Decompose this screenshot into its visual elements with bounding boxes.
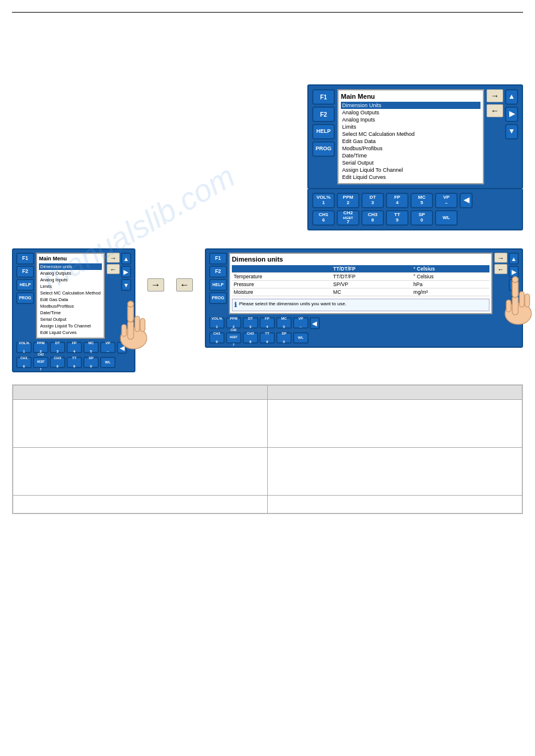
top-vol-button[interactable]: VOL% 1 — [312, 193, 335, 208]
instruction-table — [13, 385, 522, 514]
top-vp-button[interactable]: VP – — [435, 193, 458, 208]
top-menu-item-0[interactable]: Dimension Units — [341, 102, 480, 109]
ml-menu-item-8[interactable]: Serial Output — [39, 316, 102, 323]
top-prog-button[interactable]: PROG — [312, 141, 335, 157]
top-bottom-row2: CH1 6 CH2 HGBT 7 CH3 8 TT 9 — [312, 210, 518, 226]
top-menu-item-4[interactable]: Select MC Calculation Method — [341, 130, 480, 138]
ml-nav-left-icon[interactable]: ← — [107, 264, 120, 274]
top-nav-right-icon[interactable]: → — [486, 89, 503, 102]
top-ch1-button[interactable]: CH1 6 — [312, 210, 335, 226]
top-menu-item-1[interactable]: Analog Outputs — [341, 109, 480, 116]
top-dt-button[interactable]: DT 3 — [361, 193, 384, 208]
ml-menu-item-5[interactable]: Edit Gas Data — [39, 296, 102, 303]
table-header-left — [13, 385, 268, 400]
top-menu-item-9[interactable]: Assign Liquid To Channel — [341, 166, 480, 174]
top-menu-item-7[interactable]: Date/Time — [341, 152, 480, 159]
middle-nav-right[interactable]: → — [147, 278, 164, 292]
ml-down-button[interactable]: ▼ — [121, 279, 131, 291]
ml-ch1-button[interactable]: CH16 — [16, 357, 32, 368]
mr-fp-button[interactable]: FP4 — [259, 317, 275, 329]
ml-prog-button[interactable]: PROG — [16, 292, 34, 304]
mr-help-button[interactable]: HELP — [209, 279, 227, 291]
mr-ch3-button[interactable]: CH38 — [243, 332, 258, 344]
ml-nav-right-icon[interactable]: → — [107, 253, 120, 263]
mr-wl-button[interactable]: WL — [293, 332, 309, 344]
top-fp-button[interactable]: FP 4 — [386, 193, 409, 208]
top-ppm-button[interactable]: PPM 2 — [337, 193, 359, 208]
middle-right-body: F1 F2 HELP PROG Dimension units TT/DT/FP… — [209, 253, 519, 314]
mr-vol-button[interactable]: VOL%1 — [209, 317, 225, 329]
ml-vol-button[interactable]: VOL%1 — [16, 342, 32, 353]
top-menu-item-10[interactable]: Edit Liquid Curves — [341, 174, 480, 181]
mr-nav-right-icon[interactable]: → — [494, 253, 507, 263]
mr-f2-button[interactable]: F2 — [209, 266, 227, 278]
top-menu-item-6[interactable]: Modbus/Profibus — [341, 145, 480, 152]
top-menu-item-2[interactable]: Analog Inputs — [341, 116, 480, 123]
ml-wl-button[interactable]: WL — [100, 357, 116, 368]
ml-menu-item-4[interactable]: Select MC Calculation Method — [39, 290, 102, 296]
ml-ppm-button[interactable]: PPM2 — [33, 342, 49, 353]
ml-up-button[interactable]: ▲ — [121, 253, 131, 265]
top-help-button[interactable]: HELP — [312, 124, 335, 139]
top-tt-button[interactable]: TT 9 — [386, 210, 409, 226]
info-icon: ℹ — [234, 301, 237, 309]
ml-right-button[interactable]: ▶ — [121, 266, 131, 278]
ml-menu-item-2[interactable]: Analog Inputs — [39, 277, 102, 283]
top-sp-button[interactable]: SP 0 — [410, 210, 433, 226]
mr-nav-left-icon[interactable]: ← — [494, 264, 507, 274]
ml-tt-button[interactable]: TT9 — [67, 357, 82, 368]
top-f1-button[interactable]: F1 — [312, 89, 335, 105]
top-ch2-button[interactable]: CH2 HGBT 7 — [337, 210, 359, 226]
middle-arrow: → — [147, 248, 164, 292]
top-f2-button[interactable]: F2 — [312, 107, 335, 122]
ml-f1-button[interactable]: F1 — [16, 253, 34, 265]
top-device-panel: F1 F2 HELP PROG Main Menu Dimension Unit… — [307, 84, 523, 230]
top-nav-left-icon[interactable]: ← — [486, 104, 503, 117]
mr-mc-button[interactable]: MC5 — [276, 317, 292, 329]
mr-ch1-button[interactable]: CH16 — [209, 332, 225, 344]
top-wl-button[interactable]: WL — [435, 210, 458, 226]
top-menu-item-3[interactable]: Limits — [341, 123, 480, 130]
mr-prog-button[interactable]: PROG — [209, 292, 227, 304]
ml-ch2-button[interactable]: CH2HGBT7 — [33, 357, 49, 368]
ml-menu-item-0[interactable]: Dimension units — [39, 263, 102, 270]
top-menu-item-5[interactable]: Edit Gas Data — [341, 138, 480, 145]
mr-ch2-button[interactable]: CH2HGBT7 — [226, 332, 241, 344]
svg-rect-8 — [512, 296, 518, 315]
mr-sp-button[interactable]: SP0 — [276, 332, 292, 344]
ml-vp-button[interactable]: VP– — [100, 342, 116, 353]
mr-f1-button[interactable]: F1 — [209, 253, 227, 265]
mr-tt-button[interactable]: TT9 — [259, 332, 275, 344]
top-right-button[interactable]: ▶ — [505, 107, 518, 122]
top-ch3-button[interactable]: CH3 8 — [361, 210, 384, 226]
ml-menu-item-10[interactable]: Edit Liquid Curves — [39, 329, 102, 336]
ml-dt-button[interactable]: DT3 — [50, 342, 65, 353]
top-up-button[interactable]: ▲ — [505, 89, 518, 105]
ml-menu-item-3[interactable]: Limits — [39, 283, 102, 290]
top-left-buttons: F1 F2 HELP PROG — [312, 89, 335, 184]
top-menu-item-8[interactable]: Serial Output — [341, 159, 480, 166]
mr-dt-button[interactable]: DT3 — [243, 317, 258, 329]
svg-rect-2 — [135, 316, 140, 332]
table-row-2 — [13, 448, 522, 496]
mr-ppm-button[interactable]: PPM2 — [226, 317, 241, 329]
ml-f2-button[interactable]: F2 — [16, 266, 34, 278]
mr-up-button[interactable]: ▲ — [509, 253, 519, 265]
ml-menu-item-9[interactable]: Assign Liquid To Channel — [39, 323, 102, 329]
ml-ch3-button[interactable]: CH38 — [50, 357, 65, 368]
mr-left-arrow[interactable]: ◀ — [310, 317, 320, 329]
ml-menu-item-6[interactable]: Modbus/Profibus — [39, 303, 102, 309]
ml-menu-title: Main Menu — [39, 256, 102, 262]
ml-menu-item-1[interactable]: Analog Outputs — [39, 270, 102, 277]
ml-mc-button[interactable]: MC5 — [83, 342, 99, 353]
top-left-arrow2[interactable]: ◀ — [460, 193, 473, 208]
ml-fp-button[interactable]: FP4 — [67, 342, 82, 353]
top-down-button[interactable]: ▼ — [505, 124, 518, 139]
middle-nav-left[interactable]: ← — [176, 278, 193, 292]
table-cell-3-left — [13, 496, 268, 514]
top-mc-button[interactable]: MC 5 — [410, 193, 433, 208]
mr-vp-button[interactable]: VP– — [293, 317, 309, 329]
ml-menu-item-7[interactable]: Date/Time — [39, 309, 102, 316]
ml-sp-button[interactable]: SP0 — [83, 357, 99, 368]
ml-help-button[interactable]: HELP — [16, 279, 34, 291]
